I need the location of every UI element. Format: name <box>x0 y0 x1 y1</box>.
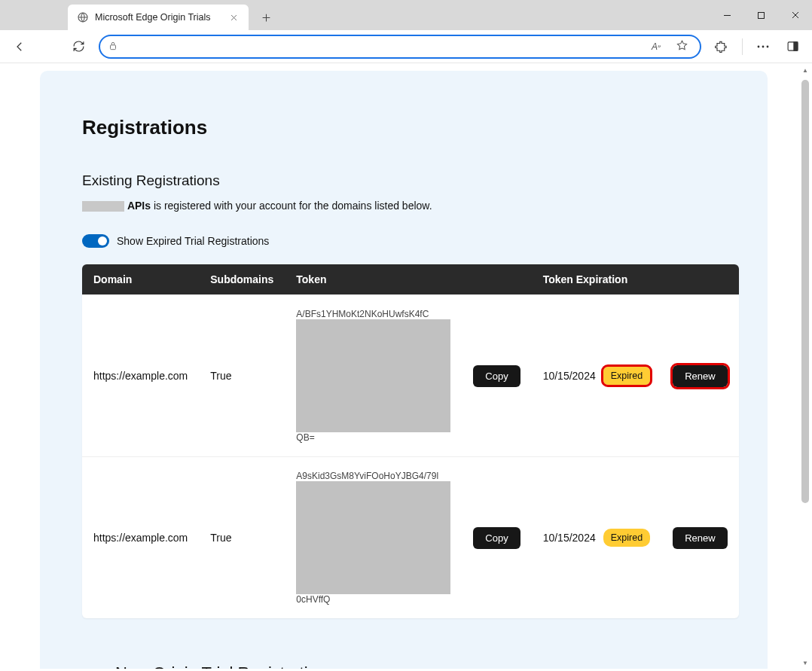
settings-more-button[interactable] <box>749 33 777 60</box>
expiration-date: 10/15/2024 <box>543 370 596 382</box>
redacted-token <box>296 481 450 594</box>
cell-copy: Copy <box>462 295 531 457</box>
page-viewport: Registrations Existing Registrations API… <box>2 63 810 669</box>
window-titlebar: Microsoft Edge Origin Trials <box>0 0 812 30</box>
cell-copy: Copy <box>462 457 531 619</box>
new-tab-button[interactable] <box>255 6 277 29</box>
copy-button[interactable]: Copy <box>473 527 520 549</box>
cell-token: A/BFs1YHMoKt2NKoHUwfsK4fCQB= <box>285 295 462 457</box>
table-row: https://example.comTrueA/BFs1YHMoKt2NKoH… <box>82 295 739 457</box>
read-aloud-icon[interactable]: A» <box>652 39 667 54</box>
cell-renew: Renew <box>661 457 738 619</box>
window-controls <box>710 0 812 30</box>
col-expiration: Token Expiration <box>532 264 739 295</box>
cell-domain: https://example.com <box>82 295 199 457</box>
maximize-button[interactable] <box>744 0 778 30</box>
table-row: https://example.comTrueA9sKid3GsM8YviFOo… <box>82 457 739 619</box>
back-button[interactable] <box>6 33 33 60</box>
extensions-icon[interactable] <box>708 33 735 60</box>
scroll-thumb[interactable] <box>801 80 809 503</box>
scroll-arrow-up-icon[interactable]: ▲ <box>801 66 809 74</box>
cell-token: A9sKid3GsM8YviFOoHoYJBG4/79l0cHVffQ <box>285 457 462 619</box>
token-fragment-end: QB= <box>296 432 450 443</box>
page-title: Registrations <box>82 116 725 139</box>
expired-badge: Expired <box>603 529 650 547</box>
toolbar-divider <box>742 38 743 55</box>
lock-icon <box>108 41 120 53</box>
favorite-icon[interactable] <box>676 39 691 54</box>
sidebar-toggle-icon[interactable] <box>779 33 806 60</box>
address-bar[interactable]: A» <box>99 35 701 59</box>
expired-badge: Expired <box>603 367 650 385</box>
expiration-date: 10/15/2024 <box>543 532 596 544</box>
cell-expiration: 10/15/2024Expired <box>532 295 661 457</box>
existing-registrations-heading: Existing Registrations <box>82 172 725 189</box>
minimize-button[interactable] <box>710 0 744 30</box>
col-subdomains: Subdomains <box>199 264 285 295</box>
redacted-api-name <box>82 201 124 212</box>
token-fragment-start: A/BFs1YHMoKt2NKoHUwfsK4fC <box>296 309 450 319</box>
url-input[interactable] <box>126 41 646 52</box>
page-scrollbar[interactable]: ▲ ▼ <box>801 66 809 666</box>
globe-icon <box>77 11 89 23</box>
renew-button[interactable]: Renew <box>673 365 727 387</box>
renew-button[interactable]: Renew <box>673 527 727 549</box>
browser-toolbar: A» <box>0 30 812 63</box>
redacted-token <box>296 319 450 432</box>
scroll-arrow-down-icon[interactable]: ▼ <box>801 659 809 666</box>
forward-button <box>35 33 63 60</box>
registered-text: is registered with your account for the … <box>151 200 432 212</box>
new-registration-heading: New Origin Trial Registration <box>115 663 692 669</box>
svg-point-4 <box>762 45 765 47</box>
apis-label: APIs <box>127 200 151 212</box>
token-fragment-end: 0cHVffQ <box>296 594 450 605</box>
copy-button[interactable]: Copy <box>473 365 520 387</box>
token-fragment-start: A9sKid3GsM8YviFOoHoYJBG4/79l <box>296 471 450 481</box>
svg-point-5 <box>767 45 769 47</box>
show-expired-toggle-row: Show Expired Trial Registrations <box>82 234 725 248</box>
cell-subdomains: True <box>199 295 285 457</box>
cell-domain: https://example.com <box>82 457 199 619</box>
registrations-table: Domain Subdomains Token Token Expiration… <box>82 264 739 618</box>
svg-rect-2 <box>111 44 116 49</box>
cell-subdomains: True <box>199 457 285 619</box>
cell-renew: Renew <box>661 295 738 457</box>
close-tab-icon[interactable] <box>227 11 240 23</box>
close-window-button[interactable] <box>778 0 812 30</box>
col-token: Token <box>285 264 531 295</box>
svg-rect-1 <box>759 12 765 18</box>
svg-point-3 <box>758 45 760 47</box>
browser-tab[interactable]: Microsoft Edge Origin Trials <box>68 5 249 30</box>
page-card: Registrations Existing Registrations API… <box>40 71 768 669</box>
new-registration-card: New Origin Trial Registration <box>82 635 725 669</box>
svg-rect-7 <box>793 42 797 50</box>
cell-expiration: 10/15/2024Expired <box>532 457 661 619</box>
tab-title: Microsoft Edge Origin Trials <box>95 12 221 23</box>
refresh-button[interactable] <box>65 33 92 60</box>
toggle-label: Show Expired Trial Registrations <box>117 235 269 247</box>
col-domain: Domain <box>82 264 199 295</box>
registration-info: APIs is registered with your account for… <box>82 200 725 212</box>
show-expired-toggle[interactable] <box>82 234 109 248</box>
